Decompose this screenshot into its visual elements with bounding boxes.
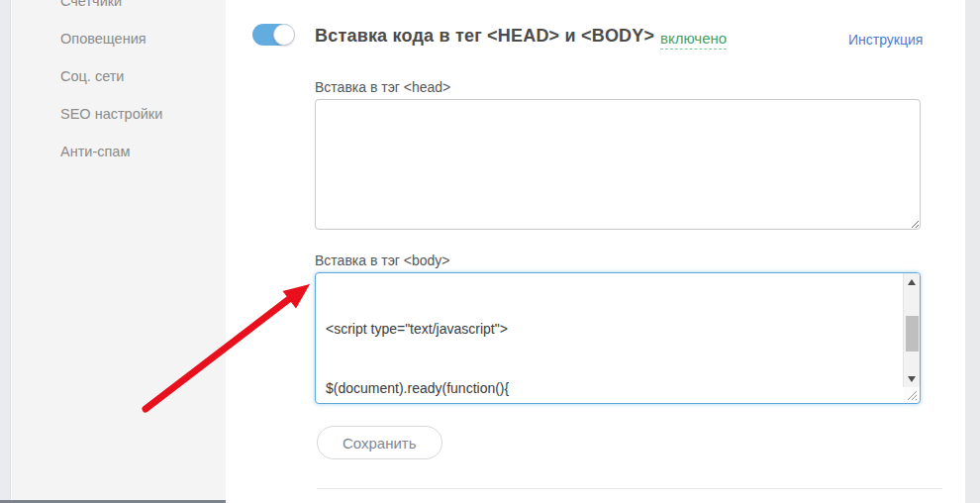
- section-divider: [317, 488, 942, 489]
- code-scrollbar[interactable]: [903, 273, 920, 387]
- resize-grip-icon[interactable]: [904, 387, 919, 402]
- body-field-label: Вставка в тэг <body>: [315, 252, 450, 268]
- sidebar-item-counters[interactable]: Счетчики: [60, 0, 226, 20]
- sidebar-item-antispam[interactable]: Анти-спам: [60, 133, 226, 170]
- sidebar-item-social[interactable]: Соц. сети: [60, 57, 226, 95]
- toggle-knob-icon: [273, 24, 295, 46]
- page-title: Вставка кода в тег <HEAD> и <BODY>: [315, 26, 654, 47]
- scrollbar-thumb[interactable]: [906, 316, 919, 352]
- code-insert-panel: Вставка кода в тег <HEAD> и <BODY> включ…: [226, 0, 965, 503]
- code-insert-toggle[interactable]: [252, 24, 294, 46]
- page-right-strip: [965, 0, 980, 503]
- page-left-strip: [0, 0, 11, 503]
- sidebar-item-seo[interactable]: SEO настройки: [60, 95, 226, 133]
- scroll-down-icon[interactable]: [904, 370, 921, 387]
- head-code-input[interactable]: [315, 99, 921, 230]
- sidebar-item-notifications[interactable]: Оповещения: [60, 20, 226, 57]
- body-code-input[interactable]: <script type="text/javascript"> $(docume…: [315, 272, 921, 404]
- settings-sidebar: Счетчики Оповещения Соц. сети SEO настро…: [12, 0, 226, 503]
- head-field-label: Вставка в тэг <head>: [315, 79, 450, 95]
- body-code-text: <script type="text/javascript"> $(docume…: [316, 273, 902, 403]
- status-badge[interactable]: включено: [660, 30, 727, 50]
- scroll-up-icon[interactable]: [904, 273, 921, 290]
- instruction-link[interactable]: Инструкция: [848, 32, 923, 48]
- save-button[interactable]: Сохранить: [317, 426, 442, 459]
